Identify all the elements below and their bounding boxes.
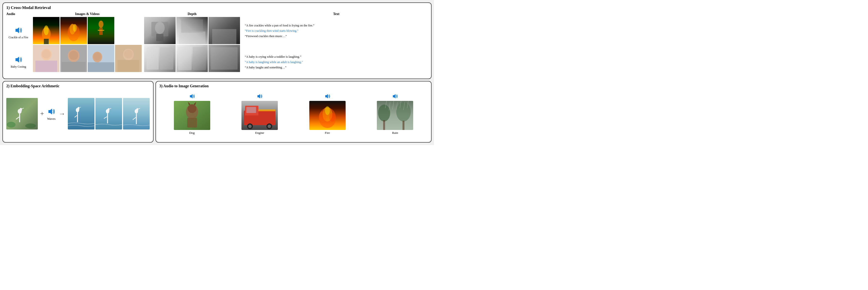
fire-text-3: “Firewood crackles then music…” (245, 34, 428, 38)
svg-point-102 (396, 102, 411, 121)
svg-marker-1 (16, 57, 19, 63)
depth-fire-2 (176, 17, 208, 44)
baby-image-1 (33, 45, 60, 72)
svg-rect-21 (62, 62, 86, 72)
audio-item-fire: Crackle of a Fire (9, 19, 28, 46)
gen-item-engine: Engine (242, 93, 278, 135)
result-image-2 (95, 98, 122, 129)
fire-image-2 (60, 17, 87, 44)
depth-column: Depth (144, 12, 240, 73)
fire-gen-svg (309, 101, 346, 130)
svg-point-77 (188, 104, 196, 113)
text-block-baby: “A baby is crying while a toddler is lau… (245, 48, 428, 76)
svg-point-72 (136, 108, 138, 111)
svg-point-4 (44, 26, 49, 35)
audio-col-title: Audio (6, 12, 15, 16)
audio-label-baby: Baby Cooing (11, 65, 26, 68)
engine-label: Engine (255, 131, 264, 135)
waves-label: Waves (47, 117, 56, 121)
result-3-svg (123, 98, 150, 129)
arrow-operator: → (59, 110, 65, 118)
section-1-title: 1) Cross-Modal Retrieval (6, 5, 428, 10)
svg-point-66 (107, 108, 110, 111)
baby-image-3 (88, 45, 114, 72)
images-col-title: Images & Videos (33, 12, 142, 16)
cross-modal-retrieval-section: 1) Cross-Modal Retrieval Audio Crackle o… (2, 2, 432, 79)
audio-image-gen-section: 3) Audio to Image Generation (155, 81, 432, 143)
fire-image-1-svg (33, 17, 60, 44)
baby-text-1: “A baby is crying while a toddler is lau… (245, 55, 428, 59)
text-block-fire: “A fire crackles while a pan of food is … (245, 17, 428, 45)
rain-label: Rain (392, 131, 398, 135)
svg-marker-91 (325, 94, 328, 98)
svg-rect-25 (88, 62, 114, 72)
svg-marker-74 (190, 94, 192, 98)
audio-label-fire: Crackle of a Fire (9, 36, 28, 39)
svg-point-33 (155, 22, 165, 34)
result-image-3 (123, 98, 150, 129)
baby-text-3: “A baby laughs and something…” (245, 65, 428, 70)
arithmetic-audio-item: Waves (46, 107, 56, 121)
depth-fire-2-svg (176, 17, 208, 44)
svg-rect-56 (68, 98, 94, 129)
svg-rect-36 (181, 20, 203, 33)
section-2-title: 2) Embedding-Space Arithmetic (6, 84, 150, 88)
svg-rect-12 (99, 28, 103, 35)
depth-baby-2 (176, 45, 208, 72)
svg-point-100 (378, 105, 390, 121)
depth-fire-row (144, 17, 240, 44)
baby-image-2-svg (60, 45, 87, 72)
bottom-section: 2) Embedding-Space Arithmetic (2, 81, 432, 143)
svg-point-95 (325, 106, 330, 115)
svg-point-51 (20, 108, 22, 111)
fire-text-2: "Fire is crackling then wind starts blow… (245, 29, 428, 33)
text-column: Text “A fire crackles while a pan of foo… (242, 12, 428, 76)
gen-item-rain: Rain (377, 93, 413, 135)
speaker-fire-icon (13, 26, 23, 35)
embedding-arithmetic-section: 2) Embedding-Space Arithmetic (2, 81, 154, 143)
dog-image (174, 101, 210, 130)
svg-rect-38 (212, 29, 237, 44)
arithmetic-content: + Waves → (6, 90, 150, 137)
depth-baby-row (144, 45, 240, 72)
fire-speaker-icon (324, 93, 331, 100)
fire-gen-label: Fire (325, 131, 330, 135)
depth-fire-1-svg (144, 17, 176, 44)
svg-marker-55 (49, 109, 52, 114)
gen-item-fire: Fire (309, 93, 346, 135)
svg-rect-40 (147, 47, 159, 69)
svg-point-16 (42, 50, 51, 58)
heron-source-svg (6, 98, 38, 129)
svg-rect-46 (211, 47, 238, 69)
fire-image-1 (33, 17, 60, 44)
svg-marker-81 (257, 94, 260, 98)
svg-point-24 (93, 53, 101, 60)
engine-image (242, 101, 278, 130)
svg-point-28 (124, 50, 133, 58)
baby-text-2: "A baby is laughing while an adult is la… (245, 60, 428, 64)
depth-fire-3 (209, 17, 240, 44)
speaker-baby-icon (13, 55, 23, 64)
rain-image (377, 101, 413, 130)
svg-rect-101 (383, 120, 385, 130)
svg-rect-44 (193, 47, 206, 70)
svg-rect-90 (258, 109, 275, 111)
audio-column: Audio Crackle of a Fire Baby Co (6, 12, 31, 76)
depth-col-title: Depth (144, 12, 240, 16)
gen-item-dog: Dog (174, 93, 210, 135)
svg-rect-5 (44, 39, 49, 44)
plus-operator: + (40, 110, 44, 118)
arithmetic-results (68, 98, 150, 129)
fire-image-row (33, 17, 142, 44)
svg-point-88 (268, 125, 271, 128)
svg-rect-17 (35, 61, 57, 72)
depth-fire-1 (144, 17, 176, 44)
baby-image-row (33, 45, 142, 72)
svg-rect-43 (178, 47, 192, 70)
depth-baby-2-svg (176, 45, 208, 72)
depth-baby-1-svg (144, 45, 176, 72)
svg-marker-0 (16, 27, 19, 33)
images-videos-column: Images & Videos (33, 12, 142, 73)
fire-image-2-svg (60, 17, 87, 44)
svg-point-60 (78, 107, 80, 110)
